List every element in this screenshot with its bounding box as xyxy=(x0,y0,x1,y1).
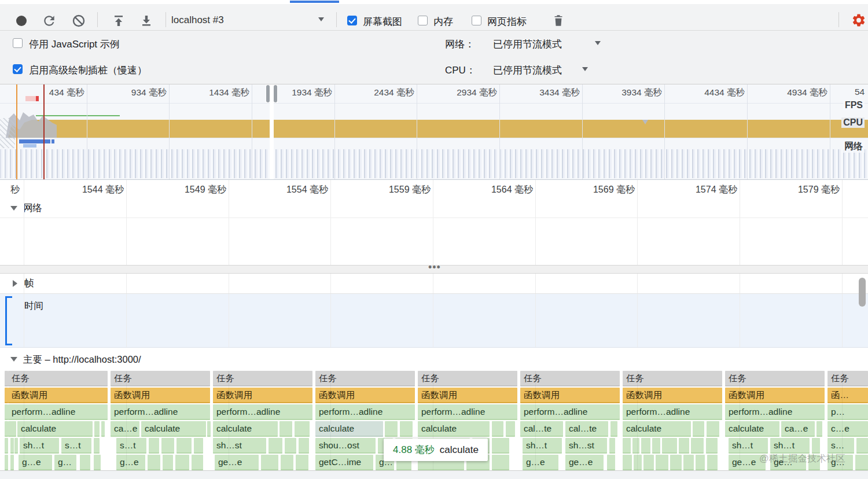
flame-bar-js[interactable] xyxy=(506,421,515,437)
flame-bar-js[interactable] xyxy=(634,455,642,470)
flame-bar-js[interactable]: sh…st xyxy=(565,438,607,454)
chevron-down-icon[interactable] xyxy=(318,17,324,21)
flame-bar-js[interactable]: ca…e xyxy=(111,421,139,437)
memory-label[interactable]: 内存 xyxy=(433,15,453,28)
clear-icon[interactable] xyxy=(71,13,86,28)
flame-bar-js[interactable] xyxy=(94,438,100,454)
flame-bar-js[interactable] xyxy=(610,421,617,437)
flame-bar-js[interactable] xyxy=(707,421,719,437)
flame-bar-call[interactable]: 函数调用 xyxy=(111,388,210,403)
flame-bar-js[interactable] xyxy=(176,438,192,454)
expand-arrow-icon[interactable] xyxy=(13,280,17,287)
disable-js-checkbox[interactable] xyxy=(13,38,23,48)
flame-bar-js[interactable]: calculate xyxy=(725,421,779,437)
flame-bar-js[interactable] xyxy=(683,455,694,470)
flame-bar-js[interactable]: perform…adline xyxy=(623,404,722,420)
flame-bar-js[interactable] xyxy=(691,438,704,454)
flame-bar-js[interactable] xyxy=(662,438,677,454)
flame-bar-js[interactable]: sh…t xyxy=(770,438,810,454)
flame-bar-call[interactable]: 函… xyxy=(827,388,868,403)
flame-bar-js[interactable] xyxy=(279,421,292,437)
flame-bar-js[interactable] xyxy=(5,455,8,470)
flame-bar-js[interactable]: calculate xyxy=(418,421,490,437)
flame-bar-js[interactable]: sh…st xyxy=(213,438,266,454)
flame-bar-js[interactable] xyxy=(94,455,101,470)
flame-bar-js[interactable]: calculate xyxy=(623,421,691,437)
flame-bar-js[interactable] xyxy=(623,438,631,454)
flame-bar-call[interactable]: 函数调用 xyxy=(725,388,825,403)
flame-bar-js[interactable]: g…e xyxy=(523,455,558,470)
flame-bar-call[interactable]: 函数调用 xyxy=(623,388,722,403)
horizontal-scrollbar-track[interactable] xyxy=(0,470,868,479)
flame-bar-js[interactable]: p… xyxy=(827,404,868,420)
flame-bar-js[interactable] xyxy=(693,421,704,437)
flame-bar-js[interactable] xyxy=(80,455,90,470)
flame-bar-call[interactable]: 函数调用 xyxy=(418,388,517,403)
selection-handle-right[interactable] xyxy=(274,85,277,102)
flame-bar-call[interactable]: 函数调用 xyxy=(213,388,312,403)
web-vitals-label[interactable]: 网页指标 xyxy=(487,15,527,28)
flame-bar-js[interactable] xyxy=(707,455,718,470)
flame-bar-task[interactable]: 任务 xyxy=(315,371,415,386)
flame-bar-task[interactable]: 任务 xyxy=(418,371,517,386)
flame-bar-js[interactable] xyxy=(400,421,413,437)
flame-bar-js[interactable] xyxy=(812,438,820,454)
network-track-label[interactable]: 网络 xyxy=(23,202,42,215)
flame-bar-js[interactable] xyxy=(296,455,308,470)
flame-bar-js[interactable]: getC…ime xyxy=(315,455,373,470)
flame-bar-call[interactable]: 函数调用 xyxy=(520,388,620,403)
flame-bar-js[interactable] xyxy=(856,438,868,454)
main-thread-label[interactable]: 主要 – http://localhost:3000/ xyxy=(23,353,141,366)
flame-bar-js[interactable]: ca…e xyxy=(781,421,815,437)
flame-bar-js[interactable] xyxy=(149,438,159,454)
screenshots-checkbox[interactable] xyxy=(347,16,357,25)
flame-bar-js[interactable]: calculate xyxy=(315,421,383,437)
memory-checkbox[interactable] xyxy=(418,16,428,25)
screenshot-filmstrip[interactable] xyxy=(0,149,868,178)
disable-js-label[interactable]: 停用 JavaScript 示例 xyxy=(29,38,120,51)
flame-bar-js[interactable] xyxy=(632,438,639,454)
paint-instrumentation-checkbox[interactable] xyxy=(13,64,23,74)
flame-bar-task[interactable]: 任务 xyxy=(827,371,868,386)
frames-track-label[interactable]: 帧 xyxy=(24,277,34,290)
flame-bar-js[interactable] xyxy=(5,438,8,454)
history-dropdown[interactable]: localhost #3 xyxy=(171,14,224,26)
flame-bar-js[interactable]: s…t xyxy=(61,438,91,454)
collapse-arrow-icon[interactable] xyxy=(10,206,17,211)
flame-bar-js[interactable]: sh…t xyxy=(20,438,59,454)
flame-bar-js[interactable]: perform…adline xyxy=(213,404,312,420)
screenshots-label[interactable]: 屏幕截图 xyxy=(363,15,402,28)
flame-bar-js[interactable] xyxy=(609,438,615,454)
flame-bar-js[interactable] xyxy=(816,421,822,437)
flame-bar-js[interactable] xyxy=(656,455,668,470)
cpu-throttle-select[interactable]: 已停用节流模式 xyxy=(493,64,562,77)
flame-bar-js[interactable]: cal…te xyxy=(520,421,563,437)
flame-bar-js[interactable]: calculate xyxy=(17,421,93,437)
web-vitals-checkbox[interactable] xyxy=(472,16,481,25)
flame-bar-js[interactable] xyxy=(163,455,173,470)
flame-bar-js[interactable] xyxy=(679,438,689,454)
flame-bar-js[interactable] xyxy=(161,438,174,454)
flame-bar-js[interactable] xyxy=(10,438,14,454)
save-profile-icon[interactable] xyxy=(139,13,154,28)
flame-bar-js[interactable] xyxy=(385,421,398,437)
flame-bar-js[interactable] xyxy=(11,421,16,437)
flame-bar-js[interactable]: shou…ost xyxy=(315,438,376,454)
flame-bar-js[interactable] xyxy=(207,421,211,437)
flame-bar-js[interactable] xyxy=(148,455,160,470)
record-button[interactable] xyxy=(16,16,27,26)
flame-bar-task[interactable]: 任务 xyxy=(8,371,108,386)
flame-bar-js[interactable] xyxy=(175,455,189,470)
flame-bar-js[interactable] xyxy=(643,455,654,470)
flame-bar-js[interactable]: sh…t xyxy=(729,438,768,454)
flame-bar-js[interactable] xyxy=(492,455,509,470)
flame-bar-js[interactable]: perform…adline xyxy=(725,404,825,420)
flame-bar-js[interactable] xyxy=(261,455,278,470)
flame-bar-js[interactable]: sh…t xyxy=(523,438,562,454)
flame-bar-task[interactable]: 任务 xyxy=(111,371,210,386)
flame-bar-js[interactable]: perform…adline xyxy=(8,404,108,420)
gear-icon[interactable] xyxy=(851,13,866,28)
flame-bar-js[interactable] xyxy=(299,438,309,454)
flame-bar-js[interactable] xyxy=(855,455,868,470)
load-profile-icon[interactable] xyxy=(111,13,126,28)
